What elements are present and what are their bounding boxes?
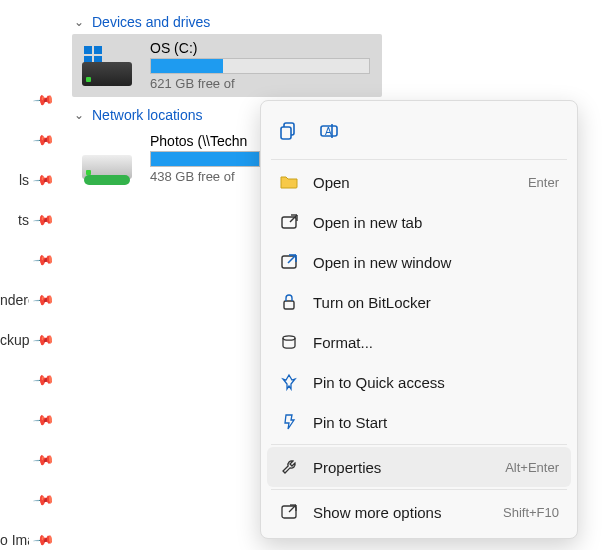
pin-icon: 📌 bbox=[32, 208, 55, 231]
separator bbox=[271, 444, 567, 445]
menu-label: Pin to Quick access bbox=[313, 374, 545, 391]
copy-button[interactable] bbox=[273, 115, 305, 147]
sidebar-item[interactable]: 📌 bbox=[0, 240, 62, 280]
menu-format[interactable]: Format... bbox=[267, 322, 571, 362]
menu-open[interactable]: Open Enter bbox=[267, 162, 571, 202]
lock-icon bbox=[279, 292, 299, 312]
sidebar-item-label: ts bbox=[18, 212, 29, 228]
menu-properties[interactable]: Properties Alt+Enter bbox=[267, 447, 571, 487]
menu-label: Format... bbox=[313, 334, 545, 351]
network-drive-icon bbox=[82, 137, 132, 179]
sidebar-item[interactable]: 📌 bbox=[0, 120, 62, 160]
menu-bitlocker[interactable]: Turn on BitLocker bbox=[267, 282, 571, 322]
sidebar-item[interactable]: ndered📌 bbox=[0, 280, 62, 320]
pin-icon: 📌 bbox=[32, 528, 55, 550]
svg-text:A: A bbox=[325, 126, 332, 137]
wrench-icon bbox=[279, 457, 299, 477]
menu-label: Turn on BitLocker bbox=[313, 294, 545, 311]
context-menu: A Open Enter Open in new tab Open in new… bbox=[260, 100, 578, 539]
usage-bar bbox=[150, 58, 370, 74]
menu-label: Open in new window bbox=[313, 254, 545, 271]
sidebar-item-label: ls bbox=[19, 172, 29, 188]
sidebar-item[interactable]: 📌 bbox=[0, 400, 62, 440]
menu-pin-quick-access[interactable]: Pin to Quick access bbox=[267, 362, 571, 402]
sidebar-item[interactable]: ckup📌 bbox=[0, 320, 62, 360]
pin-start-icon bbox=[279, 412, 299, 432]
rename-button[interactable]: A bbox=[313, 115, 345, 147]
sidebar-item-label: ndered bbox=[0, 292, 29, 308]
new-win-icon bbox=[279, 252, 299, 272]
sidebar-item-label: ckup bbox=[0, 332, 29, 348]
drive-free-text: 438 GB free of bbox=[150, 169, 260, 184]
sidebar-item[interactable]: ts📌 bbox=[0, 200, 62, 240]
quick-access-sidebar: 📌 📌 ls📌 ts📌 📌 ndered📌 ckup📌 📌 📌 📌 📌 o Im… bbox=[0, 0, 62, 550]
svg-rect-13 bbox=[284, 301, 294, 309]
pin-icon: 📌 bbox=[32, 408, 55, 431]
group-devices-header[interactable]: ⌄ Devices and drives bbox=[72, 10, 613, 34]
svg-point-14 bbox=[283, 336, 295, 340]
rename-icon: A bbox=[319, 121, 339, 141]
sidebar-item-label: o Imag bbox=[0, 532, 29, 548]
separator bbox=[271, 159, 567, 160]
drive-item-os[interactable]: OS (C:) 621 GB free of bbox=[72, 34, 382, 97]
pin-icon: 📌 bbox=[32, 288, 55, 311]
menu-accel: Shift+F10 bbox=[503, 505, 559, 520]
os-drive-icon bbox=[82, 44, 132, 86]
separator bbox=[271, 489, 567, 490]
sidebar-item[interactable]: 📌 bbox=[0, 480, 62, 520]
menu-open-new-tab[interactable]: Open in new tab bbox=[267, 202, 571, 242]
chevron-down-icon: ⌄ bbox=[72, 108, 86, 122]
copy-icon bbox=[279, 121, 299, 141]
chevron-down-icon: ⌄ bbox=[72, 15, 86, 29]
menu-pin-start[interactable]: Pin to Start bbox=[267, 402, 571, 442]
pin-icon: 📌 bbox=[32, 488, 55, 511]
pin-icon: 📌 bbox=[32, 128, 55, 151]
menu-accel: Enter bbox=[528, 175, 559, 190]
pin-icon: 📌 bbox=[32, 368, 55, 391]
pin-qa-icon bbox=[279, 372, 299, 392]
sidebar-item[interactable]: ls📌 bbox=[0, 160, 62, 200]
context-toolbar: A bbox=[267, 107, 571, 157]
format-icon bbox=[279, 332, 299, 352]
sidebar-item[interactable]: o Imag📌 bbox=[0, 520, 62, 550]
menu-accel: Alt+Enter bbox=[505, 460, 559, 475]
pin-icon: 📌 bbox=[32, 448, 55, 471]
pin-icon: 📌 bbox=[32, 88, 55, 111]
svg-rect-1 bbox=[281, 127, 291, 139]
pin-icon: 📌 bbox=[32, 328, 55, 351]
menu-open-new-window[interactable]: Open in new window bbox=[267, 242, 571, 282]
sidebar-item[interactable]: 📌 bbox=[0, 440, 62, 480]
more-icon bbox=[279, 502, 299, 522]
menu-label: Open in new tab bbox=[313, 214, 545, 231]
pin-icon: 📌 bbox=[32, 168, 55, 191]
group-network-label: Network locations bbox=[92, 107, 203, 123]
menu-label: Properties bbox=[313, 459, 491, 476]
menu-label: Open bbox=[313, 174, 514, 191]
menu-show-more[interactable]: Show more options Shift+F10 bbox=[267, 492, 571, 532]
usage-bar bbox=[150, 151, 260, 167]
folder-icon bbox=[279, 172, 299, 192]
sidebar-item[interactable]: 📌 bbox=[0, 360, 62, 400]
group-devices-label: Devices and drives bbox=[92, 14, 210, 30]
sidebar-item[interactable]: 📌 bbox=[0, 80, 62, 120]
menu-label: Pin to Start bbox=[313, 414, 545, 431]
pin-icon: 📌 bbox=[32, 248, 55, 271]
new-tab-icon bbox=[279, 212, 299, 232]
drive-name: OS (C:) bbox=[150, 40, 370, 56]
drive-name: Photos (\\Techn bbox=[150, 133, 260, 149]
drive-free-text: 621 GB free of bbox=[150, 76, 370, 91]
menu-label: Show more options bbox=[313, 504, 489, 521]
